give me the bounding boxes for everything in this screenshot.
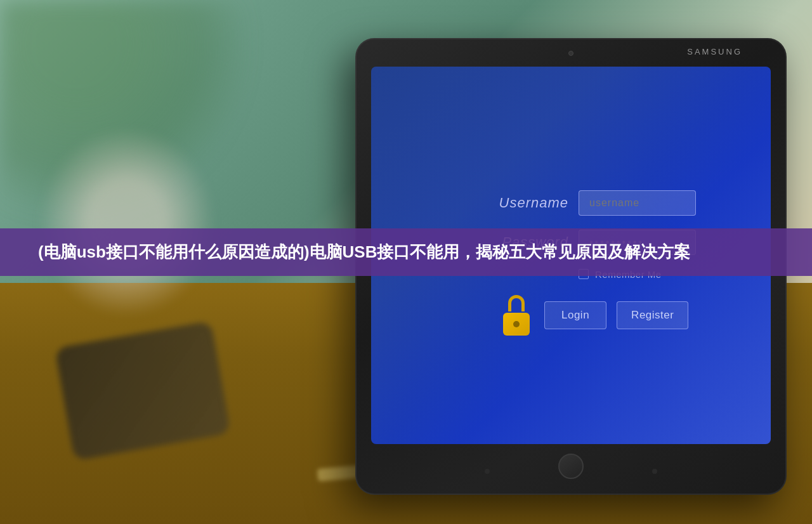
brand-logo: SAMSUNG (687, 47, 742, 56)
lock-keyhole (513, 320, 520, 327)
cup-blur (38, 127, 216, 317)
username-row: Username (499, 190, 740, 215)
register-button[interactable]: Register (617, 301, 688, 329)
lock-icon (499, 294, 534, 335)
home-button[interactable] (558, 454, 584, 479)
bottom-dot-right (652, 469, 657, 474)
username-label: Username (499, 194, 568, 211)
lock-shackle (508, 294, 525, 311)
buttons-row: Login Register (499, 294, 740, 335)
title-text: (电脑usb接口不能用什么原因造成的)电脑USB接口不能用，揭秘五大常见原因及解… (38, 240, 774, 265)
bottom-dot-left (485, 469, 490, 474)
login-button[interactable]: Login (544, 301, 606, 329)
username-input[interactable] (579, 190, 696, 215)
title-banner: (电脑usb接口不能用什么原因造成的)电脑USB接口不能用，揭秘五大常见原因及解… (0, 228, 812, 276)
lock-body (503, 312, 530, 335)
camera-icon (568, 51, 573, 56)
